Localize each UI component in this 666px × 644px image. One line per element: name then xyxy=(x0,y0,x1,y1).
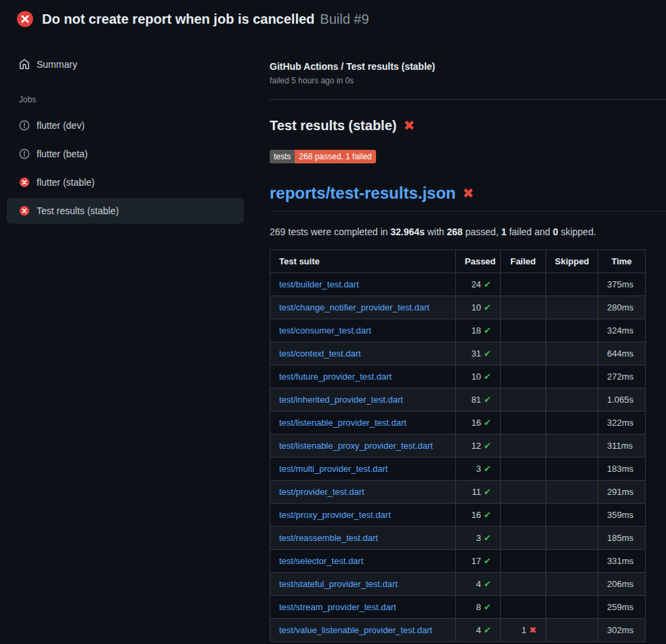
suite-cell: test/inherited_provider_test.dart xyxy=(270,388,456,411)
time-cell: 311ms xyxy=(598,435,646,458)
test-suite-link[interactable]: test/listenable_proxy_provider_test.dart xyxy=(279,441,433,451)
pass-check-icon: ✔ xyxy=(484,441,491,451)
passed-count: 31 xyxy=(472,348,481,359)
passed-count: 17 xyxy=(472,556,481,566)
failed-cell xyxy=(501,435,546,458)
test-suite-link[interactable]: test/provider_test.dart xyxy=(279,487,365,497)
sidebar-item-label: flutter (stable) xyxy=(37,176,95,189)
passed-cell: 16✔ xyxy=(456,504,501,527)
skipped-cell xyxy=(546,504,598,527)
passed-count: 4 xyxy=(476,625,481,635)
passed-cell: 4✔ xyxy=(456,573,501,596)
report-file-link[interactable]: reports/test-results.json xyxy=(270,184,456,203)
suite-cell: test/multi_provider_test.dart xyxy=(270,458,456,481)
summary-line: 269 tests were completed in 32.964s with… xyxy=(270,226,646,237)
test-suite-link[interactable]: test/multi_provider_test.dart xyxy=(279,464,388,474)
summary-text: with xyxy=(425,226,447,237)
passed-count: 3 xyxy=(476,533,481,543)
test-suite-link[interactable]: test/consumer_test.dart xyxy=(279,325,371,336)
alert-circle-icon xyxy=(19,148,30,159)
time-cell: 206ms xyxy=(598,573,646,596)
failed-cell xyxy=(501,573,546,596)
skipped-cell xyxy=(546,411,598,435)
suite-cell: test/selector_test.dart xyxy=(270,550,456,573)
pass-check-icon: ✔ xyxy=(484,348,491,359)
passed-count: 18 xyxy=(472,325,481,336)
suite-cell: test/stream_provider_test.dart xyxy=(270,596,456,619)
column-header-skipped: Skipped xyxy=(546,250,598,273)
summary-duration: 32.964s xyxy=(390,226,425,237)
skipped-cell xyxy=(546,365,598,388)
skipped-cell xyxy=(546,481,598,504)
summary-text: passed, xyxy=(463,226,501,237)
test-suite-link[interactable]: test/context_test.dart xyxy=(279,348,361,359)
test-suite-link[interactable]: test/stateful_provider_test.dart xyxy=(279,579,398,589)
test-suite-link[interactable]: test/value_listenable_provider_test.dart xyxy=(279,625,432,635)
time-cell: 185ms xyxy=(598,527,646,550)
summary-failed-count: 1 xyxy=(501,226,507,237)
suite-cell: test/builder_test.dart xyxy=(270,273,456,296)
suite-cell: test/change_notifier_provider_test.dart xyxy=(270,296,456,319)
section-title: Test results (stable)✖ xyxy=(270,117,646,134)
main-content: GitHub Actions / Test results (stable) f… xyxy=(251,37,666,642)
sidebar-item-flutter-stable[interactable]: flutter (stable) xyxy=(7,169,244,195)
page-layout: Summary Jobs flutter (dev)flutter (beta)… xyxy=(0,37,666,642)
pass-check-icon: ✔ xyxy=(484,533,491,543)
pass-check-icon: ✔ xyxy=(484,556,491,566)
test-suite-link[interactable]: test/reassemble_test.dart xyxy=(279,533,378,543)
test-suite-link[interactable]: test/selector_test.dart xyxy=(279,556,363,566)
time-cell: 272ms xyxy=(598,365,646,388)
skipped-cell xyxy=(546,596,598,619)
sidebar-item-flutter-dev[interactable]: flutter (dev) xyxy=(7,113,244,138)
test-rows: test/builder_test.dart24✔375mstest/chang… xyxy=(270,273,646,642)
summary-skipped-count: 0 xyxy=(553,226,558,237)
pass-check-icon: ✔ xyxy=(484,371,491,382)
test-suite-link[interactable]: test/inherited_provider_test.dart xyxy=(279,395,403,405)
suite-cell: test/context_test.dart xyxy=(270,342,456,365)
table-row: test/context_test.dart31✔644ms xyxy=(270,342,646,365)
tests-badge: tests268 passed, 1 failed xyxy=(270,150,376,163)
breadcrumb: GitHub Actions / Test results (stable) xyxy=(270,61,646,72)
time-cell: 183ms xyxy=(598,458,646,481)
skipped-cell xyxy=(546,619,598,642)
test-suite-link[interactable]: test/stream_provider_test.dart xyxy=(279,602,396,612)
pass-check-icon: ✔ xyxy=(484,464,491,474)
table-row: test/value_listenable_provider_test.dart… xyxy=(270,619,646,642)
summary-text: failed and xyxy=(507,226,554,237)
summary-passed-count: 268 xyxy=(447,226,463,237)
failed-cell xyxy=(501,458,546,481)
table-row: test/listenable_provider_test.dart16✔322… xyxy=(270,411,646,435)
test-results-table: Test suite Passed Failed Skipped Time te… xyxy=(270,249,646,642)
badge-label: tests xyxy=(270,150,295,163)
test-suite-link[interactable]: test/listenable_provider_test.dart xyxy=(279,418,407,428)
x-circle-icon xyxy=(19,177,30,188)
divider xyxy=(270,99,666,100)
workflow-run-page: { "colors": { "background": "#0d1117", "… xyxy=(0,0,666,644)
summary-text: 269 tests were completed in xyxy=(270,226,390,237)
passed-cell: 3✔ xyxy=(456,527,501,550)
time-cell: 324ms xyxy=(598,319,646,342)
failed-cell xyxy=(501,319,546,342)
time-cell: 375ms xyxy=(598,273,646,296)
time-cell: 359ms xyxy=(598,504,646,527)
passed-cell: 10✔ xyxy=(456,296,501,319)
failed-cell xyxy=(501,388,546,411)
time-cell: 322ms xyxy=(598,411,646,435)
passed-cell: 3✔ xyxy=(456,458,501,481)
test-suite-link[interactable]: test/builder_test.dart xyxy=(279,279,359,289)
pass-check-icon: ✔ xyxy=(484,625,491,635)
pass-check-icon: ✔ xyxy=(484,395,491,405)
passed-cell: 24✔ xyxy=(456,273,501,296)
table-row: test/provider_test.dart11✔291ms xyxy=(270,481,646,504)
time-cell: 259ms xyxy=(598,596,646,619)
sidebar-item-summary[interactable]: Summary xyxy=(7,52,244,77)
test-suite-link[interactable]: test/proxy_provider_test.dart xyxy=(279,510,391,520)
pass-check-icon: ✔ xyxy=(484,279,491,289)
sidebar-item-flutter-beta[interactable]: flutter (beta) xyxy=(7,141,244,167)
test-suite-link[interactable]: test/change_notifier_provider_test.dart xyxy=(279,302,430,313)
column-header-time: Time xyxy=(598,250,646,273)
skipped-cell xyxy=(546,388,598,411)
test-suite-link[interactable]: test/future_provider_test.dart xyxy=(279,371,392,382)
sidebar-item-test-results-stable[interactable]: Test results (stable) xyxy=(7,198,244,224)
passed-count: 16 xyxy=(472,418,481,428)
